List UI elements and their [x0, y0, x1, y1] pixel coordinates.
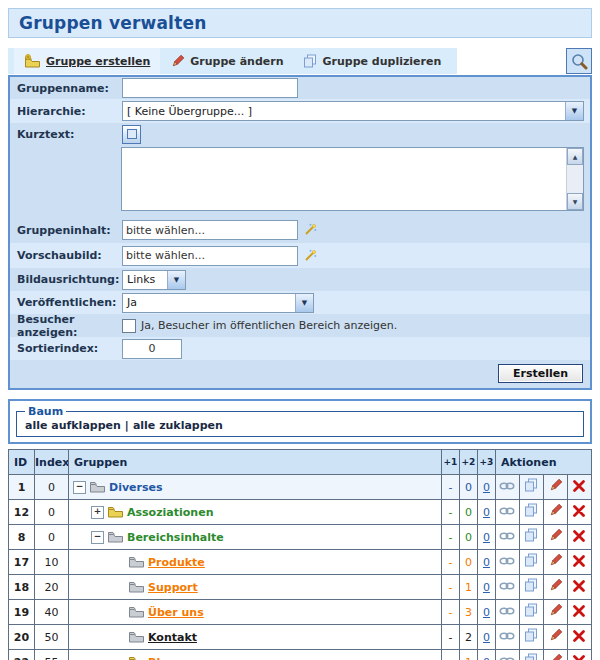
duplicate-action-button[interactable] [519, 625, 543, 650]
delete-action-button[interactable] [567, 575, 591, 600]
copy-icon [524, 628, 538, 643]
group-name-link[interactable]: Produkte [148, 556, 205, 569]
form-row-veroeffentlichen: Veröffentlichen: Ja ▼ [10, 291, 590, 314]
link-action-button[interactable] [495, 650, 519, 660]
duplicate-action-button[interactable] [519, 550, 543, 575]
besucher-checkbox[interactable] [122, 319, 136, 333]
plus3-link[interactable]: 0 [483, 631, 490, 644]
veroeffentlichen-select[interactable]: Ja ▼ [122, 293, 314, 313]
gruppenname-input[interactable] [122, 78, 298, 98]
cell-index: 0 [35, 500, 69, 525]
link-action-button[interactable] [495, 550, 519, 575]
scroll-down-icon[interactable]: ▼ [567, 193, 583, 210]
hierarchie-select[interactable]: [ Keine Übergruppe... ] ▼ [122, 101, 584, 121]
header-plus3: +3 [477, 450, 495, 475]
group-name-link[interactable]: Diverses [109, 481, 163, 494]
pencil-icon [548, 503, 563, 518]
delete-action-button[interactable] [567, 650, 591, 660]
duplicate-action-button[interactable] [519, 500, 543, 525]
group-name-link[interactable]: Blog [148, 656, 176, 660]
duplicate-action-button[interactable] [519, 600, 543, 625]
expand-all-link[interactable]: alle aufklappen [25, 419, 121, 432]
editor-open-icon[interactable] [122, 125, 141, 144]
wand-icon[interactable] [303, 249, 317, 263]
edit-action-button[interactable] [543, 625, 567, 650]
group-name-link[interactable]: Support [148, 581, 198, 594]
textarea-scrollbar[interactable]: ▲ ▼ [566, 148, 583, 210]
duplicate-action-button[interactable] [519, 525, 543, 550]
link-icon [499, 631, 515, 641]
plus3-link[interactable]: 0 [483, 481, 490, 494]
group-name-link[interactable]: Kontakt [148, 631, 197, 644]
header-id: ID [9, 450, 35, 475]
link-action-button[interactable] [495, 625, 519, 650]
scroll-up-icon[interactable]: ▲ [567, 148, 583, 165]
erstellen-button[interactable]: Erstellen [498, 364, 583, 383]
tab-bar: Gruppe erstellenGruppe ändernGruppe dupl… [8, 48, 592, 74]
delete-action-button[interactable] [567, 600, 591, 625]
cell-index: 0 [35, 525, 69, 550]
duplicate-action-button[interactable] [519, 475, 543, 500]
collapse-all-link[interactable]: alle zuklappen [133, 419, 223, 432]
edit-action-button[interactable] [543, 550, 567, 575]
tab-label: Gruppe duplizieren [322, 55, 441, 68]
duplicate-action-button[interactable] [519, 650, 543, 660]
delete-action-button[interactable] [567, 500, 591, 525]
cell-plus2: 1 [459, 575, 477, 600]
delete-action-button[interactable] [567, 525, 591, 550]
groups-table: ID Index Gruppen +1 +2 +3 Aktionen 10−Di… [8, 449, 592, 660]
cell-plus1: - [441, 525, 459, 550]
edit-action-button[interactable] [543, 650, 567, 660]
plus3-link[interactable]: 0 [483, 656, 490, 660]
copy-icon [524, 528, 538, 543]
delete-action-button[interactable] [567, 550, 591, 575]
gruppeninhalt-input[interactable] [122, 220, 298, 240]
vorschaubild-input[interactable] [122, 246, 298, 266]
bildausrichtung-select[interactable]: Links ▼ [122, 270, 186, 290]
edit-action-button[interactable] [543, 575, 567, 600]
edit-action-button[interactable] [543, 475, 567, 500]
link-icon [499, 481, 515, 491]
delete-action-button[interactable] [567, 625, 591, 650]
edit-action-button[interactable] [543, 500, 567, 525]
plus3-link[interactable]: 0 [483, 606, 490, 619]
header-plus2: +2 [459, 450, 477, 475]
wand-icon[interactable] [303, 223, 317, 237]
tab-gruppe-duplizieren[interactable]: Gruppe duplizieren [293, 48, 451, 74]
edit-action-button[interactable] [543, 525, 567, 550]
kurztext-textarea[interactable]: ▲ ▼ [121, 147, 584, 211]
link-action-button[interactable] [495, 600, 519, 625]
group-create-form: Gruppenname: Hierarchie: [ Keine Übergru… [8, 75, 592, 390]
table-row: 2255Blog-10 [9, 650, 592, 660]
plus3-link[interactable]: 0 [483, 531, 490, 544]
baum-legend: Baum [25, 405, 66, 418]
form-row-gruppenname: Gruppenname: [10, 77, 590, 99]
group-name-link[interactable]: Über uns [148, 606, 204, 619]
cell-plus3: 0 [477, 575, 495, 600]
tree-panel: Baum alle aufklappen|alle zuklappen [8, 399, 592, 444]
group-name-link[interactable]: Assoziationen [127, 506, 213, 519]
link-action-button[interactable] [495, 525, 519, 550]
table-row: 1710Produkte-00 [9, 550, 592, 575]
plus3-link[interactable]: 0 [483, 556, 490, 569]
edit-action-button[interactable] [543, 600, 567, 625]
plus3-link[interactable]: 0 [483, 506, 490, 519]
expand-toggle-icon[interactable]: + [91, 506, 104, 519]
collapse-toggle-icon[interactable]: − [73, 481, 86, 494]
sortierindex-input[interactable] [122, 339, 182, 359]
tab-gruppe-ndern[interactable]: Gruppe ändern [160, 48, 293, 74]
tab-gruppe-erstellen[interactable]: Gruppe erstellen [14, 48, 160, 74]
cell-plus1: - [441, 650, 459, 660]
collapse-toggle-icon[interactable]: − [91, 531, 104, 544]
pencil-icon [548, 628, 563, 643]
link-action-button[interactable] [495, 475, 519, 500]
group-name-link[interactable]: Bereichsinhalte [127, 531, 224, 544]
link-action-button[interactable] [495, 575, 519, 600]
copy-icon [524, 503, 538, 518]
link-action-button[interactable] [495, 500, 519, 525]
form-row-kurztext-area: ▲ ▼ [10, 145, 590, 217]
plus3-link[interactable]: 0 [483, 581, 490, 594]
delete-action-button[interactable] [567, 475, 591, 500]
duplicate-action-button[interactable] [519, 575, 543, 600]
search-button[interactable] [566, 48, 592, 74]
